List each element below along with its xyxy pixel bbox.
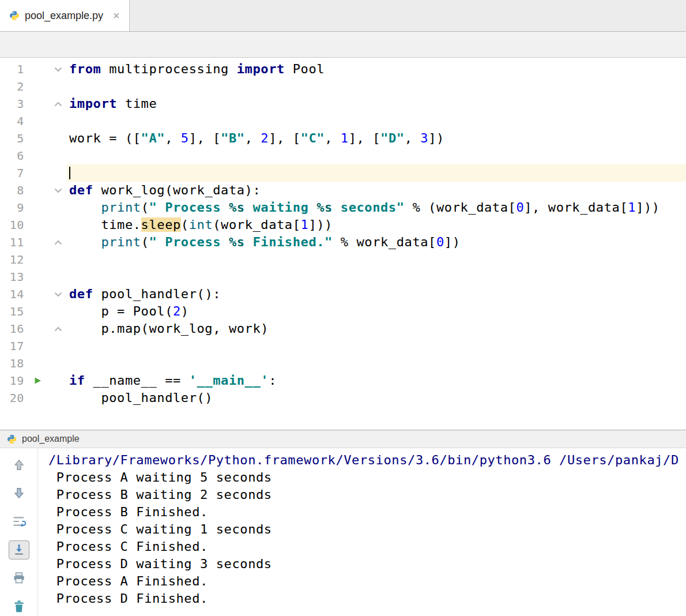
console-output: /Library/Frameworks/Python.framework/Ver…: [38, 448, 686, 616]
line-number: 1: [0, 61, 25, 78]
fold-expanded-icon[interactable]: [50, 61, 67, 78]
editor-gutter: 12: [0, 251, 67, 268]
editor-line: 12: [0, 251, 686, 268]
editor-line: 13: [0, 268, 686, 286]
line-number: 14: [0, 286, 25, 303]
line-number: 5: [0, 130, 25, 147]
line-number: 8: [0, 182, 25, 199]
editor-gutter: 11: [0, 234, 67, 251]
line-number: 4: [0, 112, 25, 130]
code-line-text[interactable]: [67, 268, 686, 286]
fold-expanded-icon[interactable]: [50, 286, 67, 303]
editor-gutter: 20: [0, 389, 67, 407]
code-line-text[interactable]: def pool_handler():: [67, 286, 686, 303]
line-number: 13: [0, 268, 25, 286]
text-caret: [69, 167, 70, 179]
editor-gutter: 17: [0, 337, 67, 355]
console-toolbar: [0, 448, 38, 616]
code-line-text[interactable]: p.map(work_log, work): [67, 320, 686, 337]
code-line-text[interactable]: [67, 112, 686, 130]
editor-line: 3import time: [0, 95, 686, 112]
up-arrow-icon[interactable]: [9, 455, 29, 474]
editor-line: 10 time.sleep(int(work_data[1])): [0, 216, 686, 234]
line-number: 19: [0, 372, 25, 389]
editor-line: 15 p = Pool(2): [0, 303, 686, 320]
console-output-line: Process D Finished.: [48, 590, 686, 607]
code-line-text[interactable]: import time: [67, 95, 686, 112]
code-line-text[interactable]: def work_log(work_data):: [67, 182, 686, 199]
code-line-text[interactable]: print(" Process %s waiting %s seconds" %…: [67, 199, 686, 216]
line-number: 15: [0, 303, 25, 320]
tab-close-icon[interactable]: ×: [113, 9, 120, 22]
code-line-text[interactable]: print(" Process %s Finished." % work_dat…: [67, 234, 686, 251]
code-line-text[interactable]: [67, 78, 686, 95]
editor-gutter: 18: [0, 355, 67, 372]
editor-gutter: 10: [0, 216, 67, 234]
tab-title: pool_example.py: [25, 10, 103, 22]
code-line-text[interactable]: from multiprocessing import Pool: [67, 61, 686, 78]
run-panel-title: pool_example: [22, 434, 80, 444]
code-line-text[interactable]: work = (["A", 5], ["B", 2], ["C", 1], ["…: [67, 130, 686, 147]
code-line-text[interactable]: if __name__ == '__main__':: [67, 372, 686, 389]
clear-all-icon[interactable]: [9, 597, 29, 616]
console-output-line: Process D waiting 3 seconds: [48, 555, 686, 573]
tab-pool-example-py[interactable]: pool_example.py ×: [0, 0, 130, 31]
line-number: 16: [0, 320, 25, 337]
down-arrow-icon[interactable]: [9, 483, 29, 502]
run-panel-header[interactable]: pool_example: [0, 430, 686, 448]
editor-gutter: 16: [0, 320, 67, 337]
editor-tab-bar: pool_example.py ×: [0, 0, 686, 32]
editor-line: 9 print(" Process %s waiting %s seconds"…: [0, 199, 686, 216]
line-number: 2: [0, 78, 25, 95]
editor-gutter: 15: [0, 303, 67, 320]
editor-line: 19if __name__ == '__main__':: [0, 372, 686, 389]
fold-end-icon[interactable]: [50, 95, 67, 112]
line-number: 7: [0, 164, 25, 182]
navigation-bar: [0, 32, 686, 58]
code-line-text[interactable]: p = Pool(2): [67, 303, 686, 320]
line-number: 11: [0, 234, 25, 251]
run-console: /Library/Frameworks/Python.framework/Ver…: [0, 448, 686, 616]
ide-window: pool_example.py × 1from multiprocessing …: [0, 0, 686, 616]
editor-gutter: 1: [0, 61, 67, 78]
editor-line: 16 p.map(work_log, work): [0, 320, 686, 337]
editor-gutter: 5: [0, 130, 67, 147]
fold-end-icon[interactable]: [50, 234, 67, 251]
console-output-line: Process C Finished.: [48, 538, 686, 555]
editor-gutter: 4: [0, 112, 67, 130]
editor-line: 18: [0, 355, 686, 372]
code-editor[interactable]: 1from multiprocessing import Pool23impor…: [0, 58, 686, 430]
line-number: 3: [0, 95, 25, 112]
run-line-icon[interactable]: [25, 372, 50, 389]
soft-wrap-icon[interactable]: [9, 512, 29, 531]
editor-gutter: 6: [0, 147, 67, 164]
editor-line: 4: [0, 112, 686, 130]
console-command-line: /Library/Frameworks/Python.framework/Ver…: [48, 452, 686, 469]
code-line-text[interactable]: [67, 355, 686, 372]
fold-expanded-icon[interactable]: [50, 182, 67, 199]
line-number: 6: [0, 147, 25, 164]
code-line-text[interactable]: [67, 147, 686, 164]
python-file-icon: [9, 10, 20, 21]
line-number: 18: [0, 355, 25, 372]
editor-gutter: 8: [0, 182, 67, 199]
editor-gutter: 19: [0, 372, 67, 389]
editor-gutter: 13: [0, 268, 67, 286]
editor-gutter: 7: [0, 164, 67, 182]
editor-gutter: 2: [0, 78, 67, 95]
scroll-to-end-icon[interactable]: [9, 540, 29, 559]
console-output-line: Process A waiting 5 seconds: [48, 469, 686, 486]
code-line-text[interactable]: pool_handler(): [67, 389, 686, 407]
code-line-text[interactable]: [67, 251, 686, 268]
print-icon[interactable]: [9, 569, 29, 588]
console-output-line: Process C waiting 1 seconds: [48, 521, 686, 538]
fold-end-icon[interactable]: [50, 320, 67, 337]
code-line-text[interactable]: [67, 164, 686, 182]
code-line-text[interactable]: time.sleep(int(work_data[1])): [67, 216, 686, 234]
code-line-text[interactable]: [67, 337, 686, 355]
console-output-line: Process A Finished.: [48, 573, 686, 590]
editor-gutter: 9: [0, 199, 67, 216]
editor-line: 6: [0, 147, 686, 164]
editor-line: 5work = (["A", 5], ["B", 2], ["C", 1], […: [0, 130, 686, 147]
editor-line: 7: [0, 164, 686, 182]
